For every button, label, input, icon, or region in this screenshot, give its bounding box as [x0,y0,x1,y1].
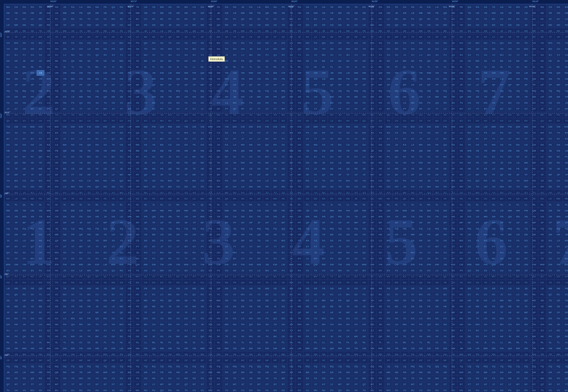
ruler-h-label-5: W150° [452,0,458,2]
grid-container: Honolulu W180°W174°W168°W162°W156°W150°W… [0,0,568,392]
ruler-h-label-2: W168° [211,0,217,2]
vertical-ruler: N24°N16°N8°N0°N0° [0,4,4,392]
ruler-v-label-2: N8° [0,194,2,198]
ruler-v-label-3: N0° [0,275,2,279]
ruler-h-label-0: W180° [50,0,57,2]
ruler-v-label-1: N16° [0,113,2,118]
ruler-v-label-0: N24° [0,32,2,37]
grid-canvas[interactable] [4,4,568,392]
ruler-h-label-4: W156° [372,0,378,2]
ruler-h-label-6: W144° [532,0,539,2]
ruler-v-label-4: N0° [0,356,2,359]
ruler-h-label-3: W162° [291,0,298,2]
horizontal-ruler: W180°W174°W168°W162°W156°W150°W144° [4,0,568,4]
corner-cell [0,0,4,4]
main-grid-area[interactable] [4,4,568,392]
ruler-h-label-1: W174° [131,0,137,2]
